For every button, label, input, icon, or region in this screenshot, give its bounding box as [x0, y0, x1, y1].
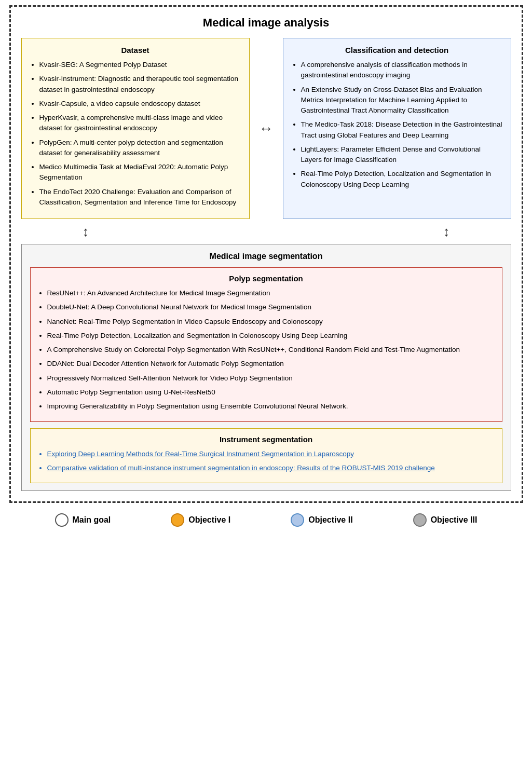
main-goal-label: Main goal [73, 515, 111, 525]
main-goal-circle [55, 513, 69, 527]
horizontal-arrow-icon: ↔ [259, 120, 274, 137]
list-item: Kvasir-SEG: A Segmented Polyp Dataset [39, 60, 241, 70]
objective2-label: Objective II [308, 515, 352, 525]
list-item: DDANet: Dual Decoder Attention Network f… [47, 359, 495, 369]
classification-list: A comprehensive analysis of classificati… [292, 60, 502, 190]
legend-objective-1: Objective I [171, 513, 230, 527]
list-item: Medico Multimedia Task at MediaEval 2020… [39, 162, 241, 183]
top-section: Dataset Kvasir-SEG: A Segmented Polyp Da… [21, 38, 511, 219]
dataset-box: Dataset Kvasir-SEG: A Segmented Polyp Da… [21, 38, 250, 219]
legend-objective-3: Objective III [413, 513, 478, 527]
legend-objective-2: Objective II [291, 513, 352, 527]
list-item: Kvasir-Capsule, a video capsule endoscop… [39, 99, 241, 109]
list-item: NanoNet: Real-Time Polyp Segmentation in… [47, 317, 495, 327]
list-item: Improving Generalizability in Polyp Segm… [47, 401, 495, 412]
segmentation-section: Medical image segmentation Polyp segment… [21, 244, 511, 491]
legend-bar: Main goal Objective I Objective II Objec… [9, 508, 523, 532]
objective1-circle [171, 513, 184, 527]
polyp-list: ResUNet++: An Advanced Architecture for … [38, 288, 495, 412]
instrument-title: Instrument segmentation [38, 435, 495, 444]
list-item: A Comprehensive Study on Colorectal Poly… [47, 345, 495, 355]
main-title: Medical image analysis [21, 16, 511, 30]
list-item: PolypGen: A multi-center polyp detection… [39, 138, 241, 159]
legend-main-goal: Main goal [55, 513, 111, 527]
classification-title: Classification and detection [292, 46, 502, 54]
main-container: Medical image analysis Dataset Kvasir-SE… [9, 5, 523, 503]
segmentation-title: Medical image segmentation [30, 252, 502, 261]
list-item: Kvasir-Instrument: Diagnostic and therap… [39, 74, 241, 95]
list-item: Progressively Normalized Self-Attention … [47, 373, 495, 384]
down-arrow-right: ↕ [443, 224, 450, 240]
list-item: DoubleU-Net: A Deep Convolutional Neural… [47, 302, 495, 312]
objective2-circle [291, 513, 304, 527]
list-item: The Medico-Task 2018: Disease Detection … [301, 119, 502, 141]
list-item: Automatic Polyp Segmentation using U-Net… [47, 387, 495, 398]
down-arrow-left: ↕ [83, 224, 89, 240]
list-item: The EndoTect 2020 Challenge: Evaluation … [39, 187, 241, 208]
list-item: An Extensive Study on Cross-Dataset Bias… [301, 85, 502, 116]
dataset-title: Dataset [30, 46, 241, 54]
list-item: Real-Time Polyp Detection, Localization … [47, 331, 495, 341]
list-item: Comparative validation of multi-instance… [47, 463, 495, 473]
objective1-label: Objective I [188, 515, 230, 525]
instrument-list: Exploring Deep Learning Methods for Real… [38, 449, 495, 473]
list-item: Real-Time Polyp Detection, Localization … [301, 169, 502, 190]
dataset-list: Kvasir-SEG: A Segmented Polyp Dataset Kv… [30, 60, 241, 208]
list-item: Exploring Deep Learning Methods for Real… [47, 449, 495, 459]
instrument-box: Instrument segmentation Exploring Deep L… [30, 428, 502, 483]
objective3-label: Objective III [431, 515, 478, 525]
classification-box: Classification and detection A comprehen… [283, 38, 511, 219]
list-item: A comprehensive analysis of classificati… [301, 60, 502, 81]
objective3-circle [413, 513, 427, 527]
horizontal-arrow-wrapper: ↔ [259, 38, 274, 219]
vertical-arrows-row: ↕ ↕ [21, 221, 511, 242]
polyp-title: Polyp segmentation [38, 274, 495, 283]
list-item: LightLayers: Parameter Efficient Dense a… [301, 144, 502, 166]
list-item: HyperKvasir, a comprehensive multi-class… [39, 113, 241, 134]
polyp-box: Polyp segmentation ResUNet++: An Advance… [30, 267, 502, 422]
list-item: ResUNet++: An Advanced Architecture for … [47, 288, 495, 298]
